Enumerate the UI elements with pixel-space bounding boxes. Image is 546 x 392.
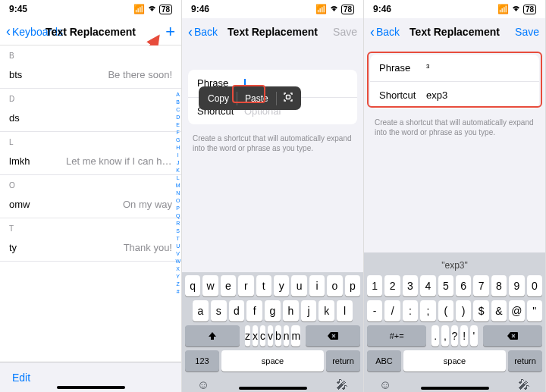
key-5[interactable]: 5 (438, 275, 453, 296)
key-o[interactable]: o (327, 275, 342, 296)
space-key[interactable]: space (221, 350, 324, 372)
delete-key[interactable] (483, 325, 542, 347)
key-f[interactable]: f (246, 300, 262, 321)
status-right: 📶 78 (497, 4, 536, 14)
key-@[interactable]: @ (509, 300, 524, 321)
key-![interactable]: ! (460, 325, 468, 347)
status-bar: 9:45 📶 78 (0, 0, 181, 18)
index-scrubber[interactable]: ABCDEFGHIJKLMNOPQRSTUVWXYZ# (175, 91, 180, 296)
key-$[interactable]: $ (473, 300, 488, 321)
emoji-icon[interactable]: ☺ (379, 378, 391, 392)
phone-2-add: 9:46 📶 78 ‹Back Text Replacement Save Co… (182, 0, 364, 392)
key-9[interactable]: 9 (509, 275, 524, 296)
symbols-key[interactable]: #+= (367, 325, 426, 347)
mic-icon[interactable]: 🎤︎ (518, 378, 530, 392)
key-k[interactable]: k (318, 300, 334, 321)
suggestion-bar[interactable]: "exp3" (366, 256, 544, 275)
keyboard[interactable]: qwertyuiop asdfghjkl zxcvbnm 123 space r… (182, 272, 363, 392)
key-&[interactable]: & (491, 300, 507, 321)
key-1[interactable]: 1 (367, 275, 382, 296)
key-7[interactable]: 7 (473, 275, 488, 296)
key-t[interactable]: t (256, 275, 271, 296)
shift-key[interactable] (185, 325, 240, 347)
key-z[interactable]: z (245, 325, 250, 347)
return-key[interactable]: return (326, 350, 360, 372)
key-x[interactable]: x (253, 325, 258, 347)
form-area: Phrase ³ Shortcut exp3 Create a shortcut… (364, 45, 545, 252)
key-l[interactable]: l (337, 300, 353, 321)
status-bar: 9:46 📶 78 (364, 0, 545, 18)
key-/[interactable]: / (384, 300, 400, 321)
key-v[interactable]: v (268, 325, 273, 347)
key-;[interactable]: ; (420, 300, 435, 321)
key-w[interactable]: w (202, 275, 218, 296)
abc-key[interactable]: ABC (367, 350, 401, 372)
key-r[interactable]: r (238, 275, 253, 296)
key--[interactable]: - (367, 300, 382, 321)
table-row[interactable]: tyThank you! (0, 234, 181, 262)
key-c[interactable]: c (260, 325, 265, 347)
status-right: 📶 78 (315, 4, 354, 14)
key-g[interactable]: g (265, 300, 281, 321)
key-h[interactable]: h (283, 300, 299, 321)
shortcut-row[interactable]: Shortcut exp3 (370, 82, 539, 108)
key-p[interactable]: p (345, 275, 360, 296)
key-'[interactable]: ' (470, 325, 478, 347)
add-button[interactable]: + (165, 22, 175, 42)
key-d[interactable]: d (229, 300, 245, 321)
key-?[interactable]: ? (451, 325, 459, 347)
key-j[interactable]: j (301, 300, 317, 321)
replacements-list[interactable]: ABCDEFGHIJKLMNOPQRSTUVWXYZ# BbtsBe there… (0, 45, 181, 362)
keyboard[interactable]: "exp3" 1234567890 -/:;()$&@" #+= .,?!' A… (364, 252, 545, 392)
form-card: Phrase ³ Shortcut exp3 (370, 55, 539, 108)
key-y[interactable]: y (274, 275, 289, 296)
key-n[interactable]: n (284, 325, 290, 347)
key-2[interactable]: 2 (384, 275, 400, 296)
home-indicator[interactable] (239, 387, 307, 390)
phrase-input[interactable]: ³ (426, 62, 530, 74)
key-6[interactable]: 6 (456, 275, 471, 296)
return-key[interactable]: return (508, 350, 542, 372)
key-b[interactable]: b (275, 325, 281, 347)
back-button[interactable]: ‹Back (370, 24, 400, 40)
save-button[interactable]: Save (515, 26, 539, 38)
key-e[interactable]: e (221, 275, 236, 296)
key-([interactable]: ( (438, 300, 453, 321)
key-)[interactable]: ) (456, 300, 471, 321)
key-u[interactable]: u (291, 275, 306, 296)
numeric-key[interactable]: 123 (185, 350, 219, 372)
key-i[interactable]: i (309, 275, 325, 296)
key-3[interactable]: 3 (403, 275, 418, 296)
key-:[interactable]: : (403, 300, 418, 321)
shortcut-phrase: Thank you! (124, 242, 172, 253)
key-8[interactable]: 8 (491, 275, 507, 296)
key-.[interactable]: . (431, 325, 439, 347)
home-indicator[interactable] (57, 386, 125, 389)
key-0[interactable]: 0 (527, 275, 542, 296)
emoji-icon[interactable]: ☺ (197, 378, 209, 392)
shortcut-input[interactable]: exp3 (426, 89, 530, 101)
menu-scan-icon[interactable] (277, 90, 300, 106)
key-q[interactable]: q (185, 275, 200, 296)
table-row[interactable]: ds (0, 105, 181, 132)
back-button[interactable]: ‹Keyboards (6, 24, 63, 39)
table-row[interactable]: btsBe there soon! (0, 61, 181, 89)
key-a[interactable]: a (193, 300, 209, 321)
key-4[interactable]: 4 (420, 275, 435, 296)
key-m[interactable]: m (291, 325, 300, 347)
back-button[interactable]: ‹Back (188, 24, 218, 40)
key-"[interactable]: " (527, 300, 542, 321)
save-button[interactable]: Save (333, 26, 357, 38)
key-s[interactable]: s (211, 300, 227, 321)
section-header: L (0, 132, 181, 148)
shortcut-key: bts (9, 69, 22, 80)
table-row[interactable]: lmkhLet me know if I can help (0, 148, 181, 175)
home-indicator[interactable] (421, 387, 489, 390)
phrase-row[interactable]: Phrase ³ (370, 55, 539, 82)
key-,[interactable]: , (441, 325, 449, 347)
mic-icon[interactable]: 🎤︎ (336, 378, 348, 392)
delete-key[interactable] (306, 325, 360, 347)
space-key[interactable]: space (403, 350, 506, 372)
table-row[interactable]: omwOn my way (0, 191, 181, 218)
edit-button[interactable]: Edit (12, 372, 30, 384)
